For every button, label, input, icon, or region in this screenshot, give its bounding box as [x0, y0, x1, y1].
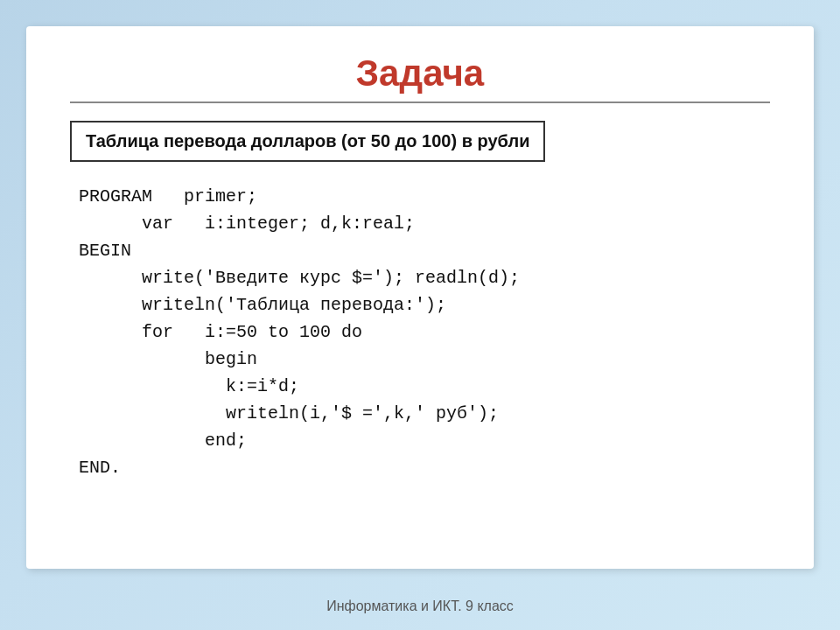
footer-text: Информатика и ИКТ. 9 класс — [0, 598, 840, 614]
code-line-12: END. — [79, 454, 770, 481]
code-line-8: k:=i*d; — [79, 373, 770, 400]
task-description: Таблица перевода долларов (от 50 до 100)… — [70, 121, 545, 162]
code-line-2: var i:integer; d,k:real; — [79, 210, 770, 237]
code-line-5: writeln('Таблица перевода:'); — [79, 291, 770, 318]
code-line-3: BEGIN — [79, 237, 770, 264]
code-line-6: for i:=50 to 100 do — [79, 318, 770, 346]
slide-container: Задача Таблица перевода долларов (от 50 … — [26, 26, 814, 569]
code-line-7: begin — [79, 346, 770, 373]
code-line-10: end; — [79, 427, 770, 454]
code-line-1: PROGRAM primer; — [79, 183, 770, 210]
code-line-9: writeln(i,'$ =',k,' руб'); — [79, 400, 770, 427]
page-title: Задача — [70, 52, 770, 94]
code-block: PROGRAM primer; var i:integer; d,k:real;… — [79, 183, 770, 481]
title-divider — [70, 102, 770, 103]
code-line-4: write('Введите курс $='); readln(d); — [79, 264, 770, 291]
